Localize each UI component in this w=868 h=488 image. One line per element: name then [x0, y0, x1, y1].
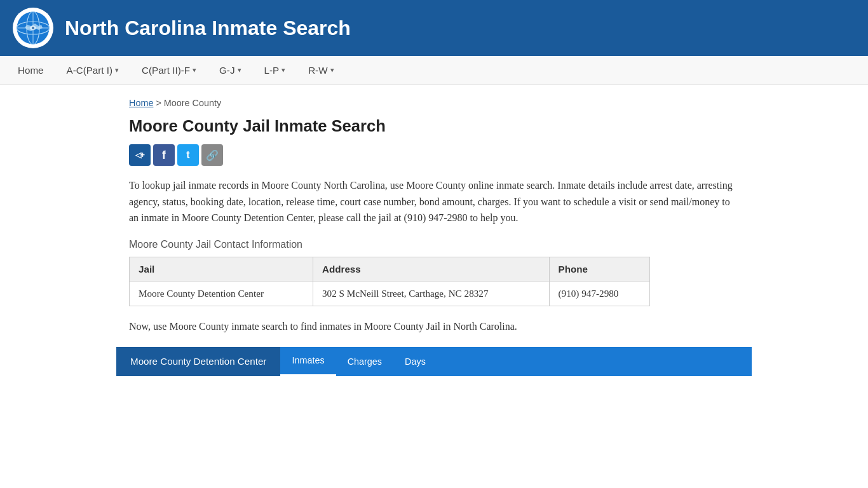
page-title: Moore County Jail Inmate Search: [129, 117, 739, 135]
nav-l-p-arrow: ▾: [281, 66, 285, 74]
social-share-bar: ◁+ f t 🔗: [129, 144, 739, 166]
table-header-phone: Phone: [549, 257, 649, 281]
facebook-button[interactable]: f: [153, 144, 175, 166]
table-cell-address: 302 S McNeill Street, Carthage, NC 28327: [313, 281, 549, 306]
nav-g-j[interactable]: G-J ▾: [208, 57, 252, 83]
breadcrumb-current: Moore County: [164, 98, 221, 108]
copy-link-button[interactable]: 🔗: [201, 144, 223, 166]
facility-tab-label: Moore County Detention Center: [116, 347, 280, 376]
table-header-jail: Jail: [130, 257, 313, 281]
svg-point-6: [32, 27, 34, 29]
breadcrumb-home-link[interactable]: Home: [129, 98, 153, 108]
contact-info-heading: Moore County Jail Contact Information: [129, 239, 739, 250]
site-logo: [13, 8, 53, 48]
nav-r-w-arrow: ▾: [330, 66, 334, 74]
table-row: Moore County Detention Center 302 S McNe…: [130, 281, 650, 306]
nav-c-part2-f[interactable]: C(Part II)-F ▾: [130, 57, 208, 83]
share-button[interactable]: ◁+: [129, 144, 151, 166]
breadcrumb-separator: >: [156, 98, 163, 108]
twitter-button[interactable]: t: [177, 144, 199, 166]
tab-inmates[interactable]: Inmates: [280, 347, 336, 376]
nav-r-w[interactable]: R-W ▾: [297, 57, 345, 83]
table-header-address: Address: [313, 257, 549, 281]
main-content: Home > Moore County Moore County Jail In…: [116, 85, 752, 376]
main-nav: Home A-C(Part I) ▾ C(Part II)-F ▾ G-J ▾ …: [0, 56, 868, 85]
jail-contact-table: Jail Address Phone Moore County Detentio…: [129, 257, 650, 306]
description-text: To lookup jail inmate records in Moore C…: [129, 177, 739, 226]
site-header: North Carolina Inmate Search: [0, 0, 868, 56]
facility-tabs-bar: Moore County Detention Center Inmates Ch…: [116, 347, 752, 376]
nav-l-p[interactable]: L-P ▾: [253, 57, 297, 83]
nav-a-c-part1-arrow: ▾: [115, 66, 119, 74]
breadcrumb: Home > Moore County: [129, 98, 739, 108]
nav-g-j-arrow: ▾: [238, 66, 241, 74]
nav-home[interactable]: Home: [6, 57, 55, 83]
tab-days[interactable]: Days: [393, 347, 437, 376]
now-use-text: Now, use Moore County inmate search to f…: [129, 319, 739, 334]
table-cell-phone: (910) 947-2980: [549, 281, 649, 306]
tab-charges[interactable]: Charges: [336, 347, 393, 376]
table-cell-jail: Moore County Detention Center: [130, 281, 313, 306]
nav-a-c-part1[interactable]: A-C(Part I) ▾: [55, 57, 131, 83]
nav-c-part2-f-arrow: ▾: [193, 66, 196, 74]
site-title: North Carolina Inmate Search: [65, 17, 351, 40]
